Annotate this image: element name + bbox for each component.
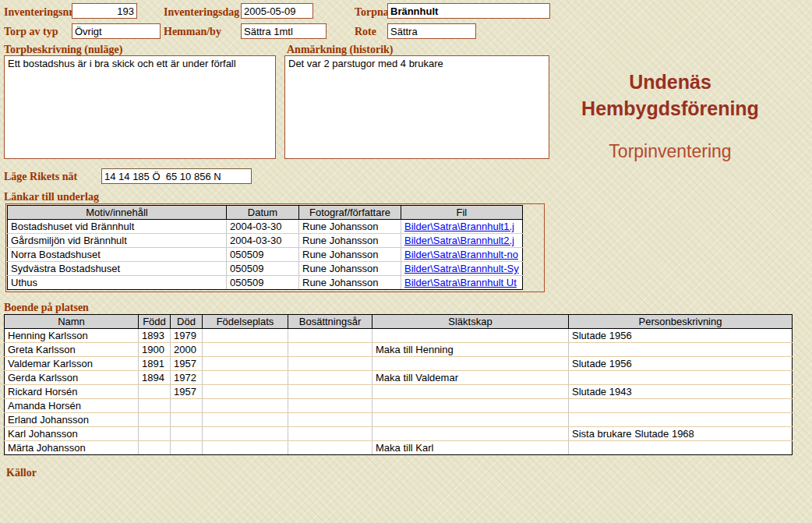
cell-namn: Gerda Karlsson [5,371,139,385]
cell-bosattningsar [288,329,372,343]
cell-datum: 050509 [227,248,299,262]
file-link[interactable]: Bilder\Satra\Brannhult-no [404,249,518,260]
cell-fil: Bilder\Satra\Brannhult Ut [401,276,523,290]
cell-fotograf: Rune Johansson [299,248,401,262]
cell-slaktskap [372,329,569,343]
table-row: Amanda Horsén [5,399,793,413]
cell-fodd [139,399,171,413]
table-row: Norra Bostadshuset 050509 Rune Johansson… [8,248,523,262]
cell-dod: 1957 [171,385,203,399]
cell-datum: 050509 [227,262,299,276]
cell-slaktskap: Maka till Henning [372,343,569,357]
cell-fodd [139,441,171,455]
lage-rikets-nat-input[interactable] [101,168,252,184]
cell-dod: 1972 [171,371,203,385]
table-row: Rickard Horsén 1957 Slutade 1943 [5,385,793,399]
residents-header-row: Namn Född Död Födelseplats Bosättningsår… [5,315,793,329]
torpbeskrivning-textarea[interactable]: Ett bostadshus är i bra skick och ett är… [4,55,276,159]
file-link[interactable]: Bilder\Satra\Brannhult1.j [404,221,514,232]
rote-input[interactable] [387,23,476,39]
cell-personbeskrivning [569,371,793,385]
cell-motiv: Gårdsmiljön vid Brännhult [8,234,227,248]
cell-dod: 1957 [171,357,203,371]
residents-table: Namn Född Död Födelseplats Bosättningsår… [4,314,793,455]
torp-av-typ-input[interactable] [72,23,161,39]
cell-motiv: Sydvästra Bostadshuset [8,262,227,276]
cell-namn: Henning Karlsson [5,329,139,343]
anmarkning-textarea[interactable]: Det var 2 parstugor med 4 brukare [284,55,549,159]
cell-personbeskrivning [569,413,793,427]
cell-dod: 2000 [171,343,203,357]
anmarkning-label: Anmärkning (historik) [287,44,394,56]
cell-motiv: Bostadshuset vid Brännhult [8,220,227,234]
cell-fil: Bilder\Satra\Brannhult1.j [401,220,523,234]
torpnamn-input[interactable] [387,3,550,19]
col-header-dod: Död [171,315,203,329]
links-table: Motiv/innehåll Datum Fotograf/författare… [7,205,523,290]
table-row: Gårdsmiljön vid Brännhult 2004-03-30 Run… [8,234,523,248]
cell-fodelseplats [203,385,288,399]
cell-bosattningsar [288,427,372,441]
cell-dod [171,427,203,441]
cell-namn: Rickard Horsén [5,385,139,399]
cell-fotograf: Rune Johansson [299,276,401,290]
table-row: Bostadshuset vid Brännhult 2004-03-30 Ru… [8,220,523,234]
cell-fodd: 1893 [139,329,171,343]
cell-slaktskap [372,399,569,413]
table-row: Karl Johansson Sista brukare Slutade 196… [5,427,793,441]
cell-fotograf: Rune Johansson [299,262,401,276]
file-link[interactable]: Bilder\Satra\Brannhult Ut [404,277,517,288]
col-header-slaktskap: Släktskap [372,315,569,329]
rote-label: Rote [355,26,376,38]
cell-personbeskrivning: Slutade 1943 [569,385,793,399]
file-link[interactable]: Bilder\Satra\Brannhult-Sy [404,263,519,274]
cell-fodelseplats [203,441,288,455]
cell-personbeskrivning: Sista brukare Slutade 1968 [569,427,793,441]
table-row: Gerda Karlsson 1894 1972 Maka till Valde… [5,371,793,385]
inventeringsdag-input[interactable] [241,3,313,19]
cell-namn: Valdemar Karlsson [5,357,139,371]
cell-bosattningsar [288,371,372,385]
table-row: Märta Johansson Maka till Karl [5,441,793,455]
cell-fodelseplats [203,427,288,441]
cell-datum: 2004-03-30 [227,220,299,234]
cell-namn: Erland Johansson [5,413,139,427]
cell-fodd: 1891 [139,357,171,371]
cell-fotograf: Rune Johansson [299,234,401,248]
links-header-row: Motiv/innehåll Datum Fotograf/författare… [8,206,523,220]
torp-av-typ-label: Torp av typ [4,26,58,38]
residents-section-heading: Boende på platsen [4,302,89,314]
cell-motiv: Uthus [8,276,227,290]
col-header-fodelseplats: Födelseplats [203,315,288,329]
inventeringsnr-input[interactable] [72,3,137,19]
col-header-fodd: Född [139,315,171,329]
col-header-bosattningsar: Bosättningsår [288,315,372,329]
cell-fodelseplats [203,413,288,427]
hemman-by-input[interactable] [241,23,327,39]
cell-fotograf: Rune Johansson [299,220,401,234]
cell-slaktskap [372,427,569,441]
col-header-personbeskrivning: Personbeskrivning [569,315,793,329]
col-header-datum: Datum [227,206,299,220]
cell-personbeskrivning [569,441,793,455]
cell-slaktskap: Maka till Karl [372,441,569,455]
cell-datum: 2004-03-30 [227,234,299,248]
cell-bosattningsar [288,343,372,357]
col-header-namn: Namn [5,315,139,329]
cell-slaktskap: Maka till Valdemar [372,371,569,385]
cell-fodelseplats [203,357,288,371]
cell-personbeskrivning: Slutade 1956 [569,357,793,371]
table-row: Henning Karlsson 1893 1979 Slutade 1956 [5,329,793,343]
cell-namn: Amanda Horsén [5,399,139,413]
col-header-fil: Fil [401,206,523,220]
cell-bosattningsar [288,399,372,413]
sources-section-heading: Källor [6,467,37,479]
file-link[interactable]: Bilder\Satra\Brannhult2.j [404,235,514,246]
torpbeskrivning-label: Torpbeskrivning (nuläge) [4,44,122,56]
cell-fodd [139,427,171,441]
cell-fodd: 1900 [139,343,171,357]
cell-personbeskrivning [569,399,793,413]
lage-rikets-nat-label: Läge Rikets nät [4,171,77,183]
col-header-fotograf: Fotograf/författare [299,206,401,220]
cell-bosattningsar [288,357,372,371]
